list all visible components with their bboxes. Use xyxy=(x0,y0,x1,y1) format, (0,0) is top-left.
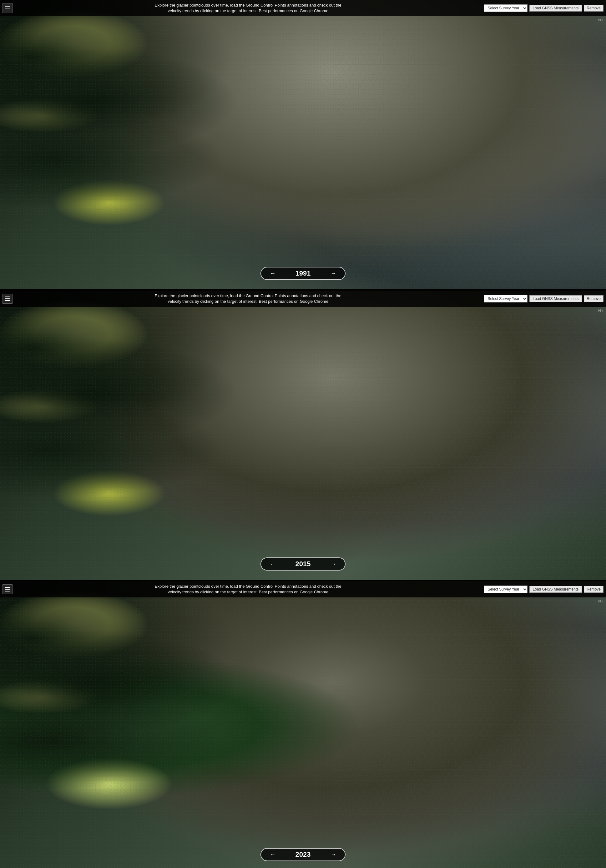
menu-icon-bar xyxy=(5,10,10,10)
year-select-3[interactable]: Select Survey Year1991200020052010201520… xyxy=(484,586,528,593)
toolbar-description-1: Explore the glacier pointclouds over tim… xyxy=(12,3,484,14)
toolbar-description-2: Explore the glacier pointclouds over tim… xyxy=(12,293,484,304)
year-display-3: 2023 xyxy=(291,851,315,859)
remove-button-1[interactable]: Remove xyxy=(584,5,603,12)
remove-button-2[interactable]: Remove xyxy=(584,295,603,302)
menu-button-3[interactable] xyxy=(3,584,12,594)
toolbar-3: Explore the glacier pointclouds over tim… xyxy=(0,581,606,597)
menu-icon-bar xyxy=(5,296,10,297)
viewer-panel-2: Explore the glacier pointclouds over tim… xyxy=(0,291,606,580)
year-nav-1: ← 1991 → xyxy=(261,267,345,280)
texture-overlay-2 xyxy=(0,291,606,580)
prev-year-button-1[interactable]: ← xyxy=(267,270,278,277)
prev-year-button-3[interactable]: ← xyxy=(267,851,278,859)
year-select-2[interactable]: Select Survey Year1991200020052010201520… xyxy=(484,295,528,302)
menu-icon-bar xyxy=(5,298,10,299)
compass-1: N ↑ xyxy=(598,18,604,22)
year-nav-2: ← 2015 → xyxy=(261,557,345,570)
toolbar-description-3: Explore the glacier pointclouds over tim… xyxy=(12,584,484,595)
toolbar-2: Explore the glacier pointclouds over tim… xyxy=(0,291,606,307)
remove-button-3[interactable]: Remove xyxy=(584,586,603,593)
toolbar-1: Explore the glacier pointclouds over tim… xyxy=(0,0,606,16)
menu-button-1[interactable] xyxy=(3,3,12,13)
gnss-button-1[interactable]: Load GNSS Measurements xyxy=(529,5,582,12)
year-select-1[interactable]: Select Survey Year1991200020052010201520… xyxy=(484,5,528,12)
gnss-button-2[interactable]: Load GNSS Measurements xyxy=(529,295,582,302)
year-display-2: 2015 xyxy=(291,560,315,568)
menu-button-2[interactable] xyxy=(3,294,12,304)
menu-icon-bar xyxy=(5,300,10,301)
toolbar-controls-1: Select Survey Year1991200020052010201520… xyxy=(484,5,603,12)
year-nav-3: ← 2023 → xyxy=(261,848,345,861)
next-year-button-2[interactable]: → xyxy=(328,560,339,568)
next-year-button-1[interactable]: → xyxy=(328,270,339,277)
menu-icon-bar xyxy=(5,589,10,590)
prev-year-button-2[interactable]: ← xyxy=(267,560,278,568)
compass-2: N ↑ xyxy=(598,309,604,312)
next-year-button-3[interactable]: → xyxy=(328,851,339,859)
year-display-1: 1991 xyxy=(291,269,315,277)
toolbar-controls-2: Select Survey Year1991200020052010201520… xyxy=(484,295,603,302)
menu-icon-bar xyxy=(5,591,10,592)
texture-overlay-3 xyxy=(0,581,606,868)
compass-3: N ↑ xyxy=(598,599,604,603)
toolbar-controls-3: Select Survey Year1991200020052010201520… xyxy=(484,586,603,593)
gnss-button-3[interactable]: Load GNSS Measurements xyxy=(529,586,582,593)
menu-icon-bar xyxy=(5,6,10,6)
viewer-panel-3: Explore the glacier pointclouds over tim… xyxy=(0,581,606,868)
menu-icon-bar xyxy=(5,8,10,8)
menu-icon-bar xyxy=(5,587,10,588)
viewer-panel-1: Explore the glacier pointclouds over tim… xyxy=(0,0,606,289)
texture-overlay-1 xyxy=(0,0,606,289)
